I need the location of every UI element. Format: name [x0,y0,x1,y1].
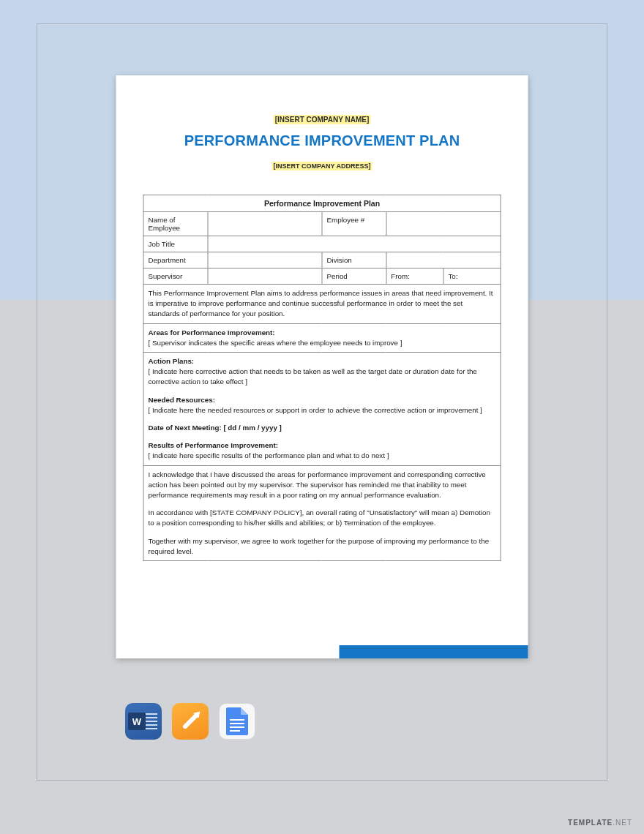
label-employee-number: Employee # [322,212,386,236]
results-text: [ Indicate here specific results of the … [149,451,389,459]
field-department [208,252,322,268]
action-heading: Action Plans: [149,356,496,367]
google-docs-icon[interactable] [219,703,255,740]
resources-heading: Needed Resources: [149,395,496,405]
watermark-brand: TEMPLATE [568,819,613,827]
pages-icon[interactable] [172,703,209,740]
document-page: [INSERT COMPANY NAME] PERFORMANCE IMPROV… [116,75,528,658]
table-row: Job Title [143,236,501,252]
watermark-suffix: .NET [613,819,632,827]
results-heading: Results of Performance Improvement: [149,440,496,451]
company-name-placeholder: [INSERT COMPANY NAME] [274,115,371,124]
table-row: Areas for Performance Improvement: [ Sup… [143,323,501,352]
company-address-placeholder: [INSERT COMPANY ADDRESS] [272,162,372,170]
table-row: Supervisor Period From: To: [143,268,501,285]
field-employee-number [386,212,501,236]
pen-icon [182,713,199,730]
word-icon-label: W [128,713,146,730]
action-text: [ Indicate here corrective action that n… [149,367,477,386]
table-row: Name of Employee Employee # [143,212,501,236]
pip-table: Performance Improvement Plan Name of Emp… [143,195,501,561]
field-name-of-employee [208,212,322,236]
table-row: Department Division [143,252,501,268]
details-section: Action Plans: [ Indicate here corrective… [143,353,501,466]
meeting-heading: Date of Next Meeting: [ dd / mm / yyyy ] [149,423,496,433]
field-division [386,252,501,268]
label-name-of-employee: Name of Employee [143,212,208,236]
page-title: PERFORMANCE IMPROVEMENT PLAN [143,132,501,149]
docs-page-icon [226,707,248,735]
label-supervisor: Supervisor [143,268,208,285]
table-title: Performance Improvement Plan [143,195,501,212]
table-row: I acknowledge that I have discussed the … [143,465,501,560]
ack-paragraph-1: I acknowledge that I have discussed the … [149,470,496,501]
format-icons-row: W [125,703,255,740]
field-supervisor [208,268,322,285]
acknowledgement-section: I acknowledge that I have discussed the … [143,465,501,560]
areas-text: [ Supervisor indicates the specific area… [149,339,402,347]
ack-paragraph-2: In accordance with [STATE COMPANY POLICY… [149,508,496,528]
label-department: Department [143,252,208,268]
label-period: Period [322,268,386,285]
table-row: Action Plans: [ Indicate here corrective… [143,353,501,466]
word-icon[interactable]: W [125,703,162,740]
ack-paragraph-3: Together with my supervisor, we agree to… [149,536,496,557]
company-address-line: [INSERT COMPANY ADDRESS] [143,158,501,171]
label-from: From: [386,268,443,285]
areas-section: Areas for Performance Improvement: [ Sup… [143,323,501,352]
areas-heading: Areas for Performance Improvement: [149,328,496,338]
watermark: TEMPLATE.NET [568,819,632,827]
label-job-title: Job Title [143,236,208,252]
table-title-row: Performance Improvement Plan [143,195,501,212]
intro-text: This Performance Improvement Plan aims t… [143,285,501,324]
resources-text: [ Indicate here the needed resources or … [149,406,482,414]
label-division: Division [322,252,386,268]
preview-frame: [INSERT COMPANY NAME] PERFORMANCE IMPROV… [37,23,607,781]
field-job-title [208,236,501,252]
label-to: To: [443,268,501,285]
footer-accent-bar [340,645,528,658]
table-row: This Performance Improvement Plan aims t… [143,285,501,324]
company-name-line: [INSERT COMPANY NAME] [143,112,501,125]
